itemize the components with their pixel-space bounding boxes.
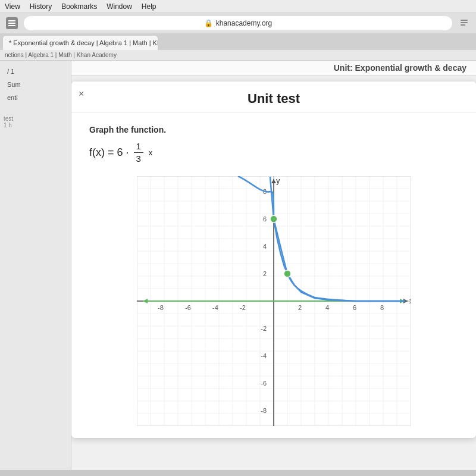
graph-container: x y -8 -6 -4 -2 2 4 6: [89, 176, 458, 426]
active-tab[interactable]: * Exponential growth & decay | Algebra 1…: [3, 36, 158, 50]
menu-window[interactable]: Window: [107, 2, 132, 11]
address-bar[interactable]: 🔒 khanacademy.org: [24, 16, 452, 30]
svg-text:-2: -2: [261, 325, 267, 332]
lock-icon: 🔒: [204, 19, 213, 27]
tab-title: * Exponential growth & decay | Algebra 1…: [9, 39, 158, 46]
fraction-denominator: 3: [134, 153, 143, 165]
svg-text:-4: -4: [261, 352, 267, 359]
menu-view[interactable]: View: [5, 2, 20, 11]
y-axis-label: y: [276, 176, 280, 185]
menu-bar: View History Bookmarks Window Help: [0, 0, 476, 13]
svg-text:4: 4: [325, 304, 329, 311]
sidebar-toggle-icon[interactable]: [6, 17, 18, 29]
reader-icon[interactable]: [458, 17, 470, 29]
svg-text:6: 6: [263, 215, 267, 223]
address-bar-row: 🔒 khanacademy.org: [0, 13, 476, 33]
left-sidebar: / 1 Sum enti test 1 h: [0, 61, 71, 470]
sidebar-item-summary[interactable]: Sum: [4, 79, 67, 90]
fraction-container: 1 3: [134, 140, 143, 164]
function-display: f(x) = 6 · 1 3 x: [89, 140, 458, 164]
fraction-numerator: 1: [134, 140, 143, 153]
menu-help[interactable]: Help: [142, 2, 156, 11]
svg-rect-4: [461, 22, 468, 23]
svg-rect-5: [461, 24, 465, 26]
sidebar-item-exponential[interactable]: enti: [4, 92, 67, 104]
sidebar-item-progress[interactable]: / 1: [4, 65, 67, 77]
svg-text:-4: -4: [212, 304, 218, 311]
svg-text:-8: -8: [261, 407, 267, 414]
svg-text:2: 2: [263, 270, 267, 277]
sidebar-item-detail: 1 h: [4, 122, 67, 129]
svg-text:2: 2: [298, 304, 302, 311]
point-1-2[interactable]: [284, 270, 291, 277]
browser-chrome: View History Bookmarks Window Help 🔒 kha…: [0, 0, 476, 50]
svg-text:-2: -2: [240, 304, 246, 311]
svg-text:8: 8: [380, 304, 384, 311]
x-axis-label: x: [409, 296, 411, 305]
point-0-6[interactable]: [270, 215, 277, 223]
question-label: Graph the function.: [89, 125, 458, 134]
breadcrumb-bar: nctions | Algebra 1 | Math | Khan Academ…: [0, 50, 476, 61]
graph-svg[interactable]: x y -8 -6 -4 -2 2 4 6: [137, 176, 411, 426]
breadcrumb-text: nctions | Algebra 1 | Math | Khan Academ…: [5, 52, 117, 58]
svg-text:-6: -6: [261, 380, 267, 387]
quiz-modal: × Unit test Graph the function. f(x) = 6…: [71, 82, 476, 438]
quiz-title: Unit test: [83, 91, 464, 107]
menu-bookmarks[interactable]: Bookmarks: [61, 2, 97, 11]
function-prefix: f(x) = 6 ·: [89, 146, 129, 159]
tab-bar: * Exponential growth & decay | Algebra 1…: [0, 33, 476, 50]
svg-rect-1: [8, 23, 15, 24]
svg-text:-6: -6: [185, 304, 191, 311]
main-layout: / 1 Sum enti test 1 h Unit: Exponential …: [0, 61, 476, 470]
svg-rect-0: [8, 20, 15, 21]
quiz-body: Graph the function. f(x) = 6 · 1 3 x: [71, 113, 476, 438]
exponent: x: [149, 148, 153, 157]
svg-rect-2: [8, 25, 15, 26]
unit-header-text: Unit: Exponential growth & decay: [334, 63, 466, 73]
svg-rect-3: [461, 20, 468, 21]
quiz-header: × Unit test: [71, 82, 476, 113]
svg-text:-8: -8: [158, 304, 164, 311]
unit-header-bar: Unit: Exponential growth & decay: [71, 61, 476, 76]
svg-text:4: 4: [263, 243, 267, 250]
sidebar-item-test: test: [4, 115, 67, 122]
address-text: khanacademy.org: [216, 19, 273, 27]
menu-history[interactable]: History: [30, 2, 52, 11]
close-button[interactable]: ×: [79, 89, 84, 99]
content-area: Unit: Exponential growth & decay × Unit …: [71, 61, 476, 470]
svg-text:6: 6: [353, 304, 356, 311]
